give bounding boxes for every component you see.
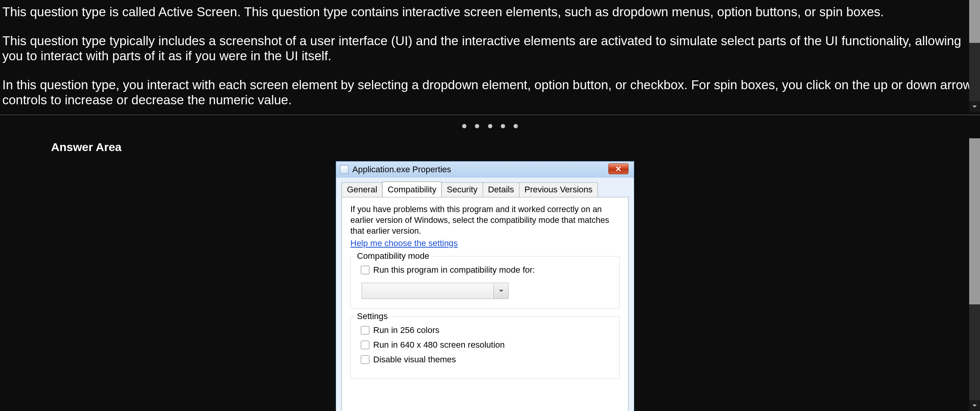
group-legend: Compatibility mode xyxy=(355,251,432,261)
answer-area-heading: Answer Area xyxy=(51,141,121,154)
disable-visual-themes-checkbox[interactable] xyxy=(361,355,369,364)
instructions-scrollbar[interactable] xyxy=(969,0,980,112)
scrollbar-thumb[interactable] xyxy=(969,0,980,43)
run-compat-checkbox[interactable] xyxy=(361,266,369,274)
answer-area: Answer Area Application.exe Properties G… xyxy=(0,138,980,411)
tab-details[interactable]: Details xyxy=(483,182,519,197)
settings-group: Settings Run in 256 colors Run in 640 x … xyxy=(350,316,620,379)
tab-compatibility[interactable]: Compatibility xyxy=(382,182,442,197)
compatibility-intro-text: If you have problems with this program a… xyxy=(350,204,620,237)
scroll-down-button[interactable] xyxy=(969,400,980,411)
close-button[interactable] xyxy=(608,163,628,174)
question-instructions: This question type is called Active Scre… xyxy=(0,0,980,115)
compatibility-mode-group: Compatibility mode Run this program in c… xyxy=(350,256,620,309)
run-compat-label: Run this program in compatibility mode f… xyxy=(373,265,535,275)
tab-security[interactable]: Security xyxy=(441,182,483,197)
tab-content: If you have problems with this program a… xyxy=(341,197,628,411)
tab-previous-versions[interactable]: Previous Versions xyxy=(519,182,598,197)
properties-dialog: Application.exe Properties General Compa… xyxy=(336,161,634,411)
dot-icon xyxy=(462,124,466,128)
tab-general[interactable]: General xyxy=(341,182,382,197)
dot-icon xyxy=(514,124,518,128)
dot-icon xyxy=(475,124,479,128)
instruction-paragraph-2: This question type typically includes a … xyxy=(2,34,978,64)
application-icon xyxy=(340,165,348,174)
disable-visual-themes-label: Disable visual themes xyxy=(373,355,456,365)
dialog-titlebar[interactable]: Application.exe Properties xyxy=(336,161,634,178)
instruction-paragraph-3: In this question type, you interact with… xyxy=(2,78,978,108)
chevron-down-icon xyxy=(972,104,977,109)
resize-handle-dots[interactable] xyxy=(0,123,980,130)
scrollbar-thumb[interactable] xyxy=(969,138,980,304)
scroll-down-button[interactable] xyxy=(969,101,980,112)
chevron-down-icon xyxy=(499,288,504,294)
answer-area-scrollbar[interactable] xyxy=(969,138,980,411)
run-256-colors-checkbox[interactable] xyxy=(361,326,369,335)
dialog-title: Application.exe Properties xyxy=(352,165,451,175)
instruction-paragraph-1: This question type is called Active Scre… xyxy=(2,5,978,20)
run-256-colors-label: Run in 256 colors xyxy=(373,325,439,335)
dot-icon xyxy=(501,124,505,128)
chevron-down-icon xyxy=(972,403,977,408)
group-legend: Settings xyxy=(355,311,390,321)
dot-icon xyxy=(488,124,492,128)
close-icon xyxy=(615,166,621,172)
dropdown-button[interactable] xyxy=(493,283,508,299)
compat-mode-dropdown[interactable] xyxy=(362,283,509,299)
run-640x480-checkbox[interactable] xyxy=(361,341,369,349)
run-640x480-label: Run in 640 x 480 screen resolution xyxy=(373,340,505,350)
help-link[interactable]: Help me choose the settings xyxy=(350,238,458,248)
tab-strip: General Compatibility Security Details P… xyxy=(336,178,634,197)
